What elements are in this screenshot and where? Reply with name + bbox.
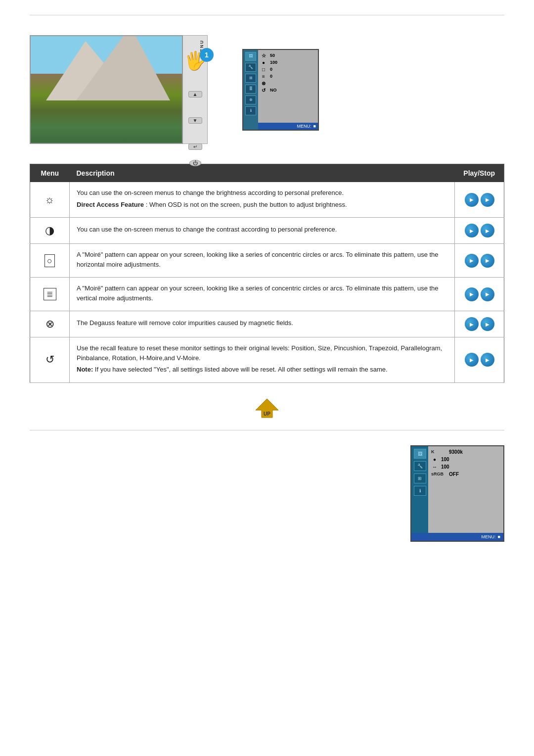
table-row: ≣ A "Moirë" pattern can appear on your s… [30,278,504,311]
play-stop-buttons: ▶ ▶ [462,287,497,301]
colortemp-label: K [431,449,446,454]
play-button[interactable]: ▶ [465,224,479,237]
osd-row-recall: ↺ NO [260,88,316,93]
osd-sidebar-item-3: ⊞ [245,74,256,83]
up-section: UP [0,393,534,430]
osd2-sidebar: 🖼 🔧 ⊞ ℹ [411,446,428,533]
osd-row-hmoire: □ 0 [260,67,316,72]
playstop-brightness: ▶ ▶ [455,182,504,218]
playstop-degauss: ▶ ▶ [455,311,504,337]
stop-button[interactable]: ▶ [481,317,494,331]
osd2-inner: 🖼 🔧 ⊞ ℹ K 9300k ● 100 ↔ 100 [411,446,503,533]
osd-sidebar-item-1: 🖼 [245,52,256,61]
feature-table: Menu Description Play/Stop ☼ You can use… [30,164,504,383]
up-button[interactable]: ▲ [188,91,202,97]
power-button[interactable]: ⏻ [189,160,201,166]
desc-text-2: Direct Access Feature : When OSD is not … [77,200,447,210]
table-row: ⊗ The Degauss feature will remove color … [30,311,504,337]
contrast-icon: ● [260,60,267,65]
col-description-header: Description [70,164,455,183]
osd-sidebar-item-2: 🔧 [245,63,256,72]
brightness-value: 50 [270,53,275,58]
play-stop-buttons: ▶ ▶ [462,254,497,268]
osd2-sidebar-item-4: ℹ [414,486,426,496]
desc-text-contrast: You can use the on-screen menus to chang… [77,225,447,235]
degauss-icon: ⊗ [260,81,267,86]
r-value: 100 [441,457,449,462]
monitor-section: MENU 1 🖐 ▲ ▼ ↵ ⏻ 🖼 🔧 ⊞ ≣ ⊗ ℹ [0,15,534,159]
osd2-row-g: ↔ 100 [431,464,500,470]
playstop-hmoire: ▶ ▶ [455,244,504,278]
stop-button[interactable]: ▶ [481,353,494,367]
osd-sidebar: 🖼 🔧 ⊞ ≣ ⊗ ℹ [243,50,258,130]
desc-text-degauss: The Degauss feature will remove color im… [77,318,447,328]
play-button[interactable]: ▶ [465,353,479,367]
desc-text-vmoire: A "Moirë" pattern can appear on your scr… [77,284,447,303]
table-row: ◑ You can use the on-screen menus to cha… [30,218,504,244]
osd2-row-r: ● 100 [431,457,500,462]
g-value: 100 [441,464,449,470]
osd2-row-srgb: sRGB OFF [431,472,500,477]
desc-text-recall-2: Note: If you have selected "Yes", all se… [77,365,447,375]
play-stop-buttons: ▶ ▶ [462,353,497,367]
play-button[interactable]: ▶ [465,254,479,268]
osd2-row-colortemp: K 9300k [431,449,500,455]
direct-access-label: Direct Access Feature [77,201,144,208]
monitor-screen [31,36,182,143]
up-nav-button[interactable]: UP [254,398,281,420]
step-number: 1 [200,48,214,62]
description-degauss: The Degauss feature will remove color im… [70,311,455,337]
srgb-value: OFF [449,472,459,477]
table-row: ↺ Use the recall feature to reset these … [30,337,504,383]
description-vmoire: A "Moirë" pattern can appear on your scr… [70,278,455,311]
play-button[interactable]: ▶ [465,287,479,301]
playstop-recall: ▶ ▶ [455,337,504,383]
play-button[interactable]: ▶ [465,317,479,331]
desc-text-recall-1: Use the recall feature to reset these mo… [77,343,447,363]
hmoire-symbol: ○ [44,254,55,267]
play-stop-buttons: ▶ ▶ [462,317,497,331]
menu-symbol-contrast: ◑ [30,218,70,244]
down-button[interactable]: ▼ [188,117,202,124]
description-contrast: You can use the on-screen menus to chang… [70,218,455,244]
menu-symbol-brightness: ☼ [30,182,70,218]
osd-sidebar-item-5: ⊗ [245,95,256,104]
vmoire-value: 0 [270,74,272,79]
play-stop-buttons: ▶ ▶ [462,224,497,237]
vmoire-symbol: ≣ [44,288,56,300]
description-hmoire: A "Moiré" pattern can appear on your scr… [70,244,455,278]
osd-bottom-bar: MENU: ■ [258,123,318,130]
osd-panel: 🖼 🔧 ⊞ ≣ ⊗ ℹ ☆ 50 ● 100 [242,49,319,131]
play-stop-buttons: ▶ ▶ [462,193,497,207]
osd-row-degauss: ⊗ [260,81,316,86]
vmoire-icon: ≡ [260,74,267,79]
osd2-sidebar-item-3: ⊞ [414,473,426,483]
up-label: UP [264,411,270,417]
recall-icon: ↺ [260,88,267,93]
table-section: Menu Description Play/Stop ☼ You can use… [0,159,534,393]
osd-content: ☆ 50 ● 100 □ 0 ≡ 0 [258,50,318,123]
play-button[interactable]: ▶ [465,193,479,207]
stop-button[interactable]: ▶ [481,287,494,301]
brightness-symbol: ☼ [44,193,54,206]
osd2-sidebar-item-2: 🔧 [414,461,426,471]
note-label: Note: [77,366,93,373]
osd-row-contrast: ● 100 [260,60,316,65]
stop-button[interactable]: ▶ [481,224,494,237]
osd2-sidebar-item-1: 🖼 [414,449,426,459]
enter-button[interactable]: ↵ [188,143,202,150]
contrast-symbol: ◑ [45,224,54,236]
stop-button[interactable]: ▶ [481,254,494,268]
osd2-bottom-bar: MENU: ■ [411,533,503,541]
hmoire-icon: □ [260,67,267,72]
mountain-graphic [31,36,182,100]
playstop-contrast: ▶ ▶ [455,218,504,244]
osd-menu-label: MENU: [297,124,312,129]
stop-button[interactable]: ▶ [481,193,494,207]
contrast-value: 100 [270,60,277,65]
bottom-section: 🖼 🔧 ⊞ ℹ K 9300k ● 100 ↔ 100 [0,430,534,557]
r-icon: ● [431,457,438,462]
hmoire-value: 0 [270,67,272,72]
g-icon: ↔ [431,464,438,470]
degauss-symbol: ⊗ [45,318,54,330]
